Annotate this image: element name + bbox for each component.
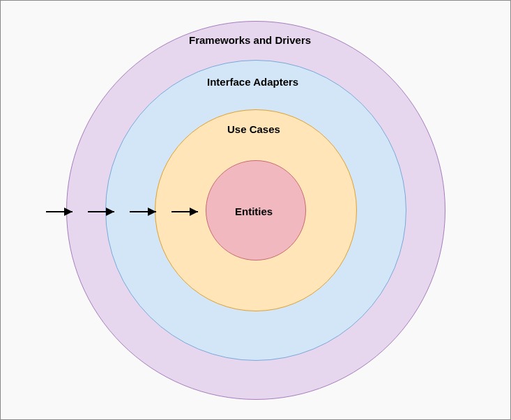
label-entities: Entities [235,205,273,217]
diagram-frame: Frameworks and Drivers Interface Adapter… [0,0,511,420]
label-use-cases: Use Cases [227,123,280,135]
label-frameworks-and-drivers: Frameworks and Drivers [189,34,311,46]
label-interface-adapters: Interface Adapters [207,76,298,88]
dependency-arrows-icon [45,205,226,219]
